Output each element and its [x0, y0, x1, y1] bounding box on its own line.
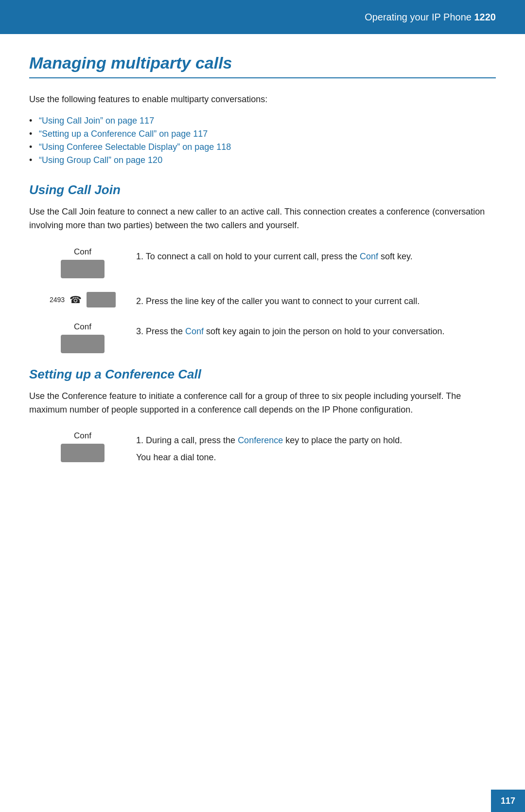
step3-link[interactable]: Conf [185, 326, 204, 336]
step3-conf-label: Conf [74, 322, 91, 332]
step3-right: 3. Press the Conf soft key again to join… [136, 322, 496, 339]
page-number: 117 [491, 790, 525, 812]
step1-number: 1. [136, 252, 143, 261]
step3-number: 3. [136, 326, 143, 336]
step2-left: 2493 ☎ [29, 292, 136, 307]
list-item: “Using Call Join” on page 117 [39, 116, 496, 126]
step1-text-before: To connect a call on hold to your curren… [146, 252, 360, 261]
step2-number: 2. [136, 296, 143, 306]
step1-block: Conf 1. To connect a call on hold to you… [29, 247, 496, 278]
list-item: “Setting up a Conference Call” on page 1… [39, 129, 496, 139]
page-heading: Managing multiparty calls [29, 54, 496, 78]
step3-left: Conf [29, 322, 136, 353]
section2-step1-text-before: During a call, press the [146, 435, 238, 445]
link-conferee-display[interactable]: “Using Conferee Selectable Display” on p… [39, 142, 231, 152]
step1-left: Conf [29, 247, 136, 278]
header-text-bold: 1220 [474, 12, 496, 22]
link-list: “Using Call Join” on page 117 “Setting u… [29, 116, 496, 165]
section2-step1-number: 1. [136, 435, 143, 445]
step1-text: 1. To connect a call on hold to your cur… [136, 252, 413, 261]
step1-softkey-button[interactable] [61, 260, 105, 278]
section2-step1-right: 1. During a call, press the Conference k… [136, 431, 496, 463]
step1-conf-label: Conf [74, 247, 91, 257]
step1-text-after: soft key. [378, 252, 413, 261]
section2-step1-text: 1. During a call, press the Conference k… [136, 434, 496, 448]
link-group-call[interactable]: “Using Group Call” on page 120 [39, 155, 162, 165]
step3-text-after: soft key again to join the person on hol… [204, 326, 444, 336]
line-key-row: 2493 ☎ [50, 292, 116, 307]
line-key-number: 2493 [50, 296, 65, 304]
header-bar: Operating your IP Phone 1220 [0, 0, 525, 34]
main-content: Managing multiparty calls Use the follow… [0, 34, 525, 515]
step3-softkey-button[interactable] [61, 335, 105, 353]
section2-step1-block: Conf 1. During a call, press the Confere… [29, 431, 496, 463]
step2-text: 2. Press the line key of the caller you … [136, 296, 420, 306]
section2-step1-left: Conf [29, 431, 136, 462]
step3-block: Conf 3. Press the Conf soft key again to… [29, 322, 496, 353]
step1-right: 1. To connect a call on hold to your cur… [136, 247, 496, 264]
step3-text: 3. Press the Conf soft key again to join… [136, 326, 444, 336]
section2-step1-conf-label: Conf [74, 431, 91, 441]
section2-step1-extra-text: You hear a dial tone. [136, 452, 216, 462]
header-title: Operating your IP Phone 1220 [365, 12, 496, 23]
header-text-prefix: Operating your IP Phone [365, 12, 474, 22]
list-item: “Using Group Call” on page 120 [39, 155, 496, 165]
section2-step1-text-after: key to place the party on hold. [283, 435, 402, 445]
step1-link[interactable]: Conf [360, 252, 378, 261]
section2-heading: Setting up a Conference Call [29, 367, 496, 382]
intro-text: Use the following features to enable mul… [29, 93, 496, 106]
section2-step1-extra: You hear a dial tone. [136, 452, 496, 463]
section1-body: Use the Call Join feature to connect a n… [29, 205, 496, 233]
footer-bar: 117 [0, 790, 525, 812]
phone-icon: ☎ [70, 294, 82, 306]
section2-step1-link[interactable]: Conference [238, 435, 283, 445]
section2-body: Use the Conference feature to initiate a… [29, 390, 496, 417]
section1-heading: Using Call Join [29, 182, 496, 198]
line-key-button[interactable] [87, 292, 116, 307]
step2-text-before: Press the line key of the caller you wan… [146, 296, 420, 306]
link-conference-call[interactable]: “Setting up a Conference Call” on page 1… [39, 129, 208, 139]
step2-block: 2493 ☎ 2. Press the line key of the call… [29, 292, 496, 308]
section2-step1-softkey-button[interactable] [61, 444, 105, 462]
list-item: “Using Conferee Selectable Display” on p… [39, 142, 496, 152]
link-call-join[interactable]: “Using Call Join” on page 117 [39, 116, 154, 126]
step2-right: 2. Press the line key of the caller you … [136, 292, 496, 308]
step3-text-before: Press the [146, 326, 185, 336]
